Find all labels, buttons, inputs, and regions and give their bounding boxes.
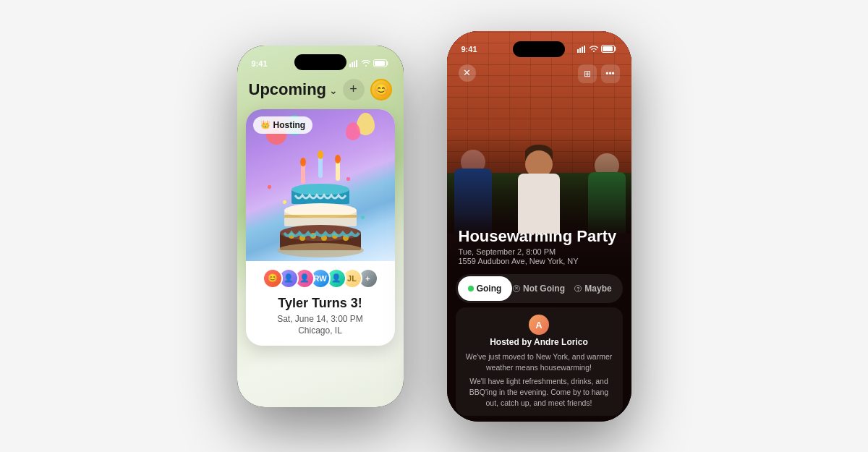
cake-illustration [273,149,367,261]
svg-point-9 [300,158,306,166]
svg-rect-32 [584,46,585,53]
more-options-button[interactable]: ••• [601,64,620,83]
svg-rect-7 [318,156,323,178]
svg-rect-8 [336,161,340,181]
svg-point-11 [335,155,341,163]
not-going-icon: ✕ [513,285,520,292]
host-description-1: We've just moved to New York, and warmer… [464,351,614,372]
dynamic-island-1 [294,54,346,70]
svg-point-28 [277,243,364,257]
close-button[interactable]: ✕ [459,64,476,82]
svg-rect-29 [577,49,579,53]
host-section: A Hosted by Andre Lorico We've just move… [456,307,623,415]
event-card-image: 👑 Hosting [246,109,395,261]
status-icons-2 [577,43,617,53]
header-title-area[interactable]: Upcoming ⌄ [249,80,339,99]
event-date: Sat, June 14, 3:00 PM [258,314,383,324]
phone-2: 9:41 [447,31,631,422]
grid-icon-button[interactable]: ⊞ [578,64,597,83]
event-photo [447,31,631,234]
svg-point-10 [318,150,323,159]
status-time-2: 9:41 [461,43,477,54]
chevron-down-icon: ⌄ [329,85,338,96]
event-name: Tyler Turns 3! [258,296,383,311]
header-actions: + 😊 [343,79,392,101]
wifi-icon-2 [590,46,598,52]
svg-rect-18 [284,215,357,218]
svg-rect-35 [603,46,613,51]
event-info: Tyler Turns 3! Sat, June 14, 3:00 PM Chi… [246,293,395,346]
hosting-badge: 👑 Hosting [253,116,313,134]
maybe-icon: ? [574,285,582,292]
svg-point-33 [593,51,595,52]
host-name: Hosted by Andre Lorico [490,337,588,347]
svg-rect-6 [301,163,305,184]
not-going-label: Not Going [523,283,565,294]
detail-event-date: Tue, September 2, 8:00 PM [459,247,620,256]
host-row: A Hosted by Andre Lorico [464,315,614,347]
rsvp-going-button[interactable]: Going [458,276,512,301]
maybe-label: Maybe [584,283,611,294]
rsvp-not-going-button[interactable]: ✕ Not Going [512,276,566,301]
attendees-row: 😊 👤 👤 RW 👤 JL + [246,261,395,293]
host-description-2: We'll have light refreshments, drinks, a… [464,376,614,408]
svg-rect-31 [582,46,583,53]
svg-point-14 [292,184,349,195]
upcoming-title: Upcoming [249,80,327,99]
crown-icon: 👑 [260,120,271,129]
host-avatar: A [529,315,549,335]
rsvp-maybe-button[interactable]: ? Maybe [566,276,621,301]
hosting-text: Hosting [273,120,306,130]
status-bar-2: 9:41 [447,31,631,61]
going-indicator [468,286,474,291]
battery-icon-2 [601,45,617,53]
event-details-bottom: Housewarming Party Tue, September 2, 8:0… [447,216,631,422]
phone-1: 9:41 [237,46,404,407]
menu-buttons: ⊞ ••• [578,64,620,83]
detail-event-location: 1559 Audubon Ave, New York, NY [459,257,620,265]
user-avatar-button[interactable]: 😊 [370,79,392,101]
event-location: Chicago, IL [258,325,383,336]
confetti-1 [267,184,272,189]
attendee-1: 😊 [263,268,283,289]
rsvp-row: Going ✕ Not Going ? Maybe [456,274,623,303]
event-card-tyler[interactable]: 👑 Hosting 😊 👤 👤 RW 👤 JL + Tyler Turn [246,109,395,346]
svg-rect-30 [579,48,581,53]
balloon-pink [346,122,360,140]
person-center [518,174,560,234]
signal-icon-2 [577,46,587,53]
going-label: Going [477,283,502,294]
add-event-button[interactable]: + [343,79,365,101]
